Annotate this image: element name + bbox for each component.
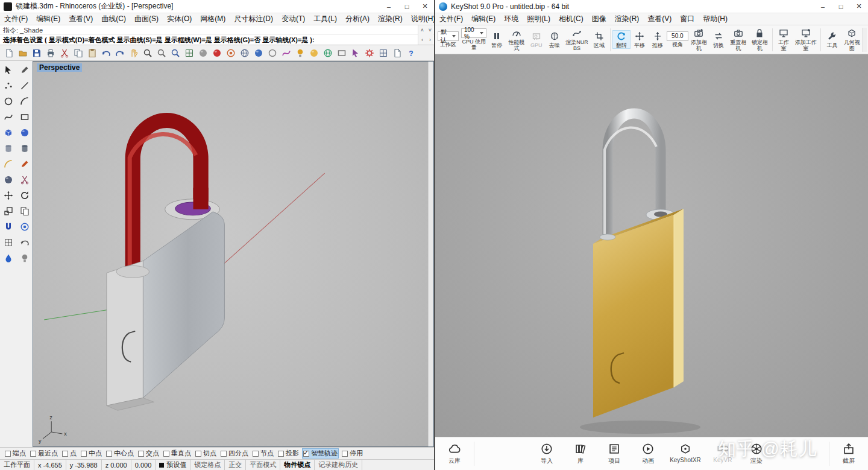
osnap-item-7[interactable]: 垂直点 (162, 448, 192, 459)
history-tool-icon[interactable] (17, 235, 32, 250)
lights-icon[interactable] (294, 47, 306, 59)
status-cplane[interactable]: 工作平面 (0, 460, 34, 470)
keyshot-menu-2[interactable]: 编辑(E) (467, 14, 500, 24)
ribbon-studio[interactable]: 工作室 (775, 27, 793, 52)
rhino-viewport[interactable]: Perspective (33, 61, 434, 447)
environment-icon[interactable] (322, 47, 334, 59)
dock-cloud-library[interactable]: 云库 (442, 442, 467, 465)
ghosted-view-icon[interactable] (266, 47, 278, 59)
maximize-button[interactable]: □ (398, 0, 416, 13)
open-file-icon[interactable] (17, 47, 29, 59)
arc-tool-icon[interactable] (17, 94, 32, 109)
maximize-button[interactable]: □ (832, 0, 850, 13)
osnap-checkbox[interactable] (278, 451, 284, 457)
lasso-select-tool-icon[interactable] (17, 63, 32, 77)
osnap-item-10[interactable]: 节点 (251, 448, 275, 459)
osnap-item-4[interactable]: 中点 (80, 448, 103, 459)
status-toggle-正交[interactable]: 正交 (225, 460, 246, 470)
scroll-up-icon[interactable]: ˄ (418, 25, 426, 35)
zoom-extents-icon[interactable] (169, 47, 181, 59)
rhino-menu-8[interactable]: 尺寸标注(D) (230, 14, 277, 24)
keyshot-menu-9[interactable]: 窗口 (676, 14, 699, 24)
chamfer-tool-icon[interactable] (17, 157, 32, 171)
osnap-checkbox[interactable] (81, 451, 87, 457)
sphere-tool-icon[interactable] (17, 125, 32, 140)
osnap-item-2[interactable]: 最近点 (29, 448, 59, 459)
circle-tool-icon[interactable] (1, 94, 16, 109)
paste-icon[interactable] (86, 47, 98, 59)
rhino-menu-12[interactable]: 渲染(R) (374, 14, 407, 24)
cpu-usage-dropdown[interactable]: 100 % (461, 28, 486, 38)
save-icon[interactable] (31, 47, 43, 59)
minimize-button[interactable]: – (380, 0, 398, 13)
osnap-item-12[interactable]: 智慧轨迹 (302, 448, 339, 459)
ribbon-switch-camera[interactable]: 切换 (709, 30, 728, 49)
curvature-analysis-icon[interactable] (280, 47, 292, 59)
freeform-curve-tool-icon[interactable] (1, 110, 16, 124)
render-icon[interactable] (211, 47, 223, 59)
render-region-icon[interactable] (225, 47, 237, 59)
boolean-union-tool-icon[interactable] (1, 173, 16, 187)
cplane-tool-icon[interactable] (1, 235, 16, 250)
rhino-menu-6[interactable]: 实体(O) (163, 14, 196, 24)
ribbon-pause[interactable]: 暂停 (488, 30, 506, 49)
keyshot-menu-10[interactable]: 帮助(H) (699, 14, 732, 24)
osnap-item-9[interactable]: 四分点 (219, 448, 250, 459)
ribbon-add-studio[interactable]: 添加工作室 (793, 27, 819, 52)
ribbon-dolly[interactable]: 推移 (649, 30, 667, 49)
shaded-view-icon[interactable] (253, 47, 265, 59)
dock-project[interactable]: 项目 (602, 442, 626, 465)
osnap-checkbox[interactable] (163, 451, 169, 457)
cut-icon[interactable] (58, 47, 71, 59)
dock-screenshot[interactable]: 截屏 (837, 442, 861, 465)
osnap-checkbox[interactable] (195, 451, 201, 457)
keyshot-menu-3[interactable]: 环境 (500, 14, 523, 24)
ribbon-lock-camera[interactable]: 锁定相机 (749, 27, 771, 52)
osnap-checkbox[interactable] (138, 451, 144, 457)
wireframe-view-icon[interactable] (239, 47, 251, 59)
select-tool-icon[interactable] (1, 63, 16, 77)
ribbon-workspace[interactable]: 默认工作区 (436, 31, 460, 49)
ground-plane-icon[interactable] (336, 47, 348, 59)
rhino-command-area[interactable]: 指令: _Shade 选择着色设置 ( 显示模式(D)=着色模式 显示曲线(S)… (0, 25, 434, 45)
visibility-tool-icon[interactable] (17, 251, 32, 265)
osnap-checkbox[interactable] (106, 451, 112, 457)
layer-table-icon[interactable] (183, 47, 195, 59)
dock-animation[interactable]: 动画 (636, 442, 660, 465)
osnap-item-13[interactable]: 停用 (341, 448, 364, 459)
tube-tool-icon[interactable] (17, 141, 32, 156)
osnap-checkbox[interactable] (62, 451, 68, 457)
undo-icon[interactable] (100, 47, 112, 59)
scale-tool-icon[interactable] (1, 204, 16, 218)
zoom-window-icon[interactable] (156, 47, 168, 59)
point-tool-icon[interactable] (1, 78, 16, 93)
sun-icon[interactable] (308, 47, 320, 59)
rotate-tool-icon[interactable] (17, 188, 32, 203)
ribbon-fov[interactable]: 50.0视角 (667, 31, 688, 49)
rhino-menu-2[interactable]: 编辑(E) (32, 14, 64, 24)
close-button[interactable]: ✕ (850, 0, 868, 13)
zoom-dynamic-icon[interactable] (142, 47, 154, 59)
pan-icon[interactable] (128, 47, 140, 59)
object-snap-tool-icon[interactable] (1, 220, 16, 234)
osnap-item-6[interactable]: 交点 (137, 448, 160, 459)
ribbon-add-camera[interactable]: 添加相机 (688, 27, 710, 52)
ribbon-panel-handle[interactable] (863, 28, 867, 52)
status-toggle-记录建构历史[interactable]: 记录建构历史 (315, 460, 362, 470)
ribbon-reset-camera[interactable]: 重置相机 (728, 27, 749, 52)
osnap-checkbox[interactable] (342, 451, 348, 457)
fov-input[interactable]: 50.0 (667, 31, 688, 41)
fillet-tool-icon[interactable] (1, 157, 16, 171)
osnap-item-8[interactable]: 切点 (194, 448, 218, 459)
rectangle-tool-icon[interactable] (17, 110, 32, 124)
rhino-menu-10[interactable]: 工具(L) (309, 14, 341, 24)
polyline-tool-icon[interactable] (17, 78, 32, 93)
rhino-menu-11[interactable]: 分析(A) (341, 14, 374, 24)
box-tool-icon[interactable] (1, 125, 16, 140)
osnap-item-11[interactable]: 投影 (277, 448, 300, 459)
rhino-menu-3[interactable]: 查看(V) (64, 14, 97, 24)
osnap-item-5[interactable]: 中心点 (105, 448, 135, 459)
minimize-button[interactable]: – (814, 0, 832, 13)
rhino-menu-7[interactable]: 网格(M) (196, 14, 230, 24)
copy-icon[interactable] (72, 47, 84, 59)
